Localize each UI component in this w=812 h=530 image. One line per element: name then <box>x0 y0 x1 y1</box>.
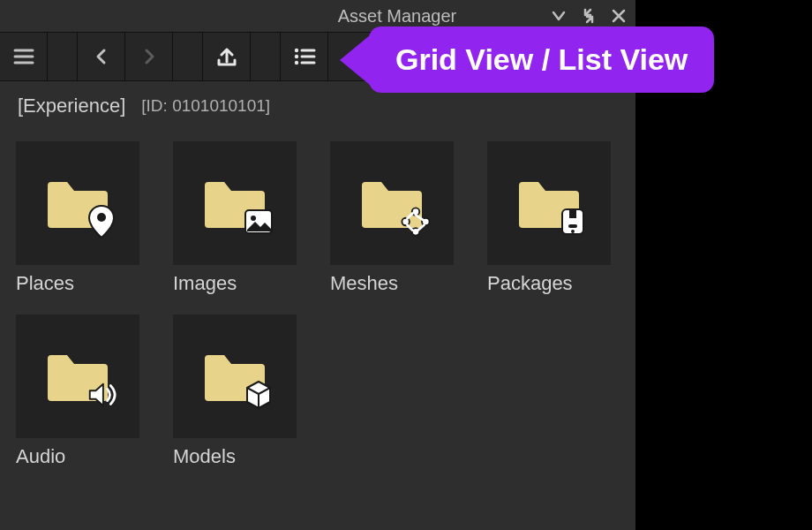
folder-icon <box>515 177 583 230</box>
asset-folder-packages[interactable]: Packages <box>487 141 611 295</box>
window-title: Asset Manager <box>338 6 457 26</box>
asset-folder-places[interactable]: Places <box>16 141 139 295</box>
audio-icon <box>86 380 117 410</box>
nav-forward-button[interactable] <box>125 33 173 80</box>
asset-folder-audio[interactable]: Audio <box>16 314 139 468</box>
asset-label: Meshes <box>330 272 454 295</box>
breadcrumb-root[interactable]: [Experience] <box>18 95 125 117</box>
menu-button[interactable] <box>0 33 48 80</box>
asset-tile <box>16 314 139 438</box>
package-icon <box>558 207 588 237</box>
folder-icon <box>358 177 425 230</box>
window-minimize-icon[interactable] <box>549 6 568 26</box>
breadcrumb-id: [ID: 0101010101] <box>141 96 270 116</box>
svg-point-19 <box>571 230 575 233</box>
asset-tile <box>173 141 297 265</box>
upload-icon <box>213 42 241 71</box>
asset-folder-images[interactable]: Images <box>173 141 297 295</box>
nav-back-button[interactable] <box>78 33 125 80</box>
asset-tile <box>16 141 139 265</box>
asset-folder-models[interactable]: Models <box>173 314 297 468</box>
upload-button[interactable] <box>203 33 251 80</box>
folder-icon <box>201 177 268 230</box>
svg-point-7 <box>294 61 297 64</box>
asset-folder-meshes[interactable]: Meshes <box>330 141 454 295</box>
hamburger-icon <box>11 43 37 70</box>
asset-label: Images <box>173 272 297 295</box>
folder-icon <box>44 177 111 230</box>
callout-tooltip: Grid View / List View <box>340 26 714 93</box>
window-restore-icon[interactable] <box>579 6 598 26</box>
asset-tile <box>487 141 611 265</box>
view-toggle-button[interactable] <box>281 33 328 80</box>
image-icon <box>244 207 274 237</box>
callout-arrow-icon <box>340 35 370 85</box>
svg-point-3 <box>294 49 297 52</box>
asset-manager-panel: Asset Manager <box>0 0 635 530</box>
window-close-icon[interactable] <box>609 6 628 26</box>
mesh-icon <box>401 207 431 237</box>
svg-point-11 <box>251 216 256 221</box>
list-view-icon <box>290 42 319 71</box>
chevron-left-icon <box>91 46 112 67</box>
svg-rect-17 <box>569 209 576 218</box>
svg-rect-18 <box>568 224 577 228</box>
folder-icon <box>201 350 268 403</box>
callout-text: Grid View / List View <box>369 26 714 93</box>
asset-label: Models <box>173 445 297 468</box>
pin-icon <box>86 207 117 237</box>
asset-tile <box>330 141 454 265</box>
svg-point-9 <box>97 213 106 222</box>
asset-tile <box>173 314 297 438</box>
model-icon <box>244 380 274 410</box>
asset-label: Audio <box>16 445 139 468</box>
folder-icon <box>44 350 111 403</box>
asset-grid: Places Images <box>0 131 635 468</box>
chevron-right-icon <box>139 46 160 67</box>
asset-label: Places <box>16 272 139 295</box>
svg-point-5 <box>294 55 297 58</box>
asset-label: Packages <box>487 272 611 295</box>
